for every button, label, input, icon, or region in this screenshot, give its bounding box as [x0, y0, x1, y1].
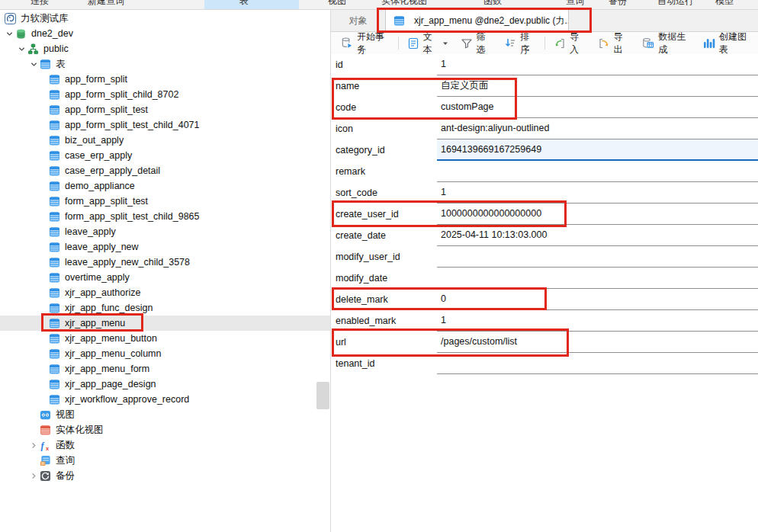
tree-item-视图[interactable]: 视图 — [0, 407, 330, 422]
chevron-down-icon[interactable] — [15, 46, 27, 53]
toolbar-button-label: 开始事务 — [357, 30, 390, 56]
tree-item-实体化视图[interactable]: 实体化视图 — [0, 422, 330, 437]
tree-item-xjr_app_menu_form[interactable]: xjr_app_menu_form — [0, 361, 330, 377]
field-label-icon: icon — [331, 118, 437, 139]
tree-item-label: 力软测试库 — [21, 12, 69, 25]
field-value-sort_code[interactable]: 1 — [437, 182, 758, 204]
chevron-down-icon[interactable] — [3, 30, 15, 37]
tree-item-form_app_split_test[interactable]: form_app_split_test — [0, 194, 330, 209]
postgres-connection-icon — [5, 13, 16, 24]
svg-text:x: x — [46, 444, 50, 450]
tree-item-leave_apply_new[interactable]: leave_apply_new — [0, 239, 330, 255]
toolbar-button-label: 数据生成 — [658, 30, 691, 56]
field-value-create_date[interactable]: 2025-04-11 10:13:03.000 — [437, 225, 758, 246]
export-button[interactable]: 导出 — [592, 34, 636, 53]
sort-button[interactable]: 排序 — [498, 34, 542, 53]
tree-item-label: 表 — [56, 58, 66, 71]
tree-item-备份[interactable]: 备份 — [0, 468, 330, 483]
tree-item-label: 视图 — [56, 409, 75, 421]
tree-item-biz_out_apply[interactable]: biz_out_apply — [0, 133, 330, 148]
tree-item-查询[interactable]: 查询 — [0, 453, 330, 468]
top-toolbar-item-连接[interactable]: 连接 — [31, 0, 49, 8]
data-generation-button[interactable]: 数据生成 — [635, 34, 697, 53]
tree-item-label: biz_out_apply — [65, 135, 124, 146]
tree-item-label: demo_appliance — [65, 181, 135, 191]
tree-item-xjr_app_authorize[interactable]: xjr_app_authorize — [0, 285, 330, 300]
tree-item-力软测试库[interactable]: 力软测试库 — [0, 11, 330, 26]
tree-item-form_app_split_test_child_9865[interactable]: form_app_split_test_child_9865 — [0, 209, 330, 224]
svg-text:f: f — [40, 440, 45, 450]
tree-item-app_form_split[interactable]: app_form_split — [0, 72, 330, 87]
field-value-create_user_id[interactable]: 1000000000000000000 — [437, 204, 758, 225]
toolbar-button-label: 创建图表 — [719, 30, 752, 56]
caret-down-icon[interactable] — [442, 40, 448, 46]
tree-item-xjr_app_menu_button[interactable]: xjr_app_menu_button — [0, 331, 330, 346]
tree-item-label: public — [43, 43, 69, 54]
field-value-name[interactable]: 自定义页面 — [437, 75, 758, 97]
top-toolbar-item-视图[interactable]: 视图 — [328, 0, 346, 8]
tree-item-dne2_dev[interactable]: dne2_dev — [0, 26, 330, 41]
chevron-right-icon[interactable] — [27, 473, 40, 479]
field-value-enabled_mark[interactable]: 1 — [437, 310, 758, 332]
import-button[interactable]: 导入 — [548, 34, 592, 53]
chevron-down-icon[interactable] — [27, 61, 40, 68]
field-label-enabled_mark: enabled_mark — [331, 310, 437, 332]
tree-item-leave_apply[interactable]: leave_apply — [0, 224, 330, 239]
schema-icon — [27, 43, 39, 55]
chevron-right-icon[interactable] — [27, 442, 40, 449]
field-value-icon[interactable]: ant-design:aliyun-outlined — [437, 118, 758, 139]
table-icon — [49, 165, 60, 177]
tree-item-app_form_split_test[interactable]: app_form_split_test — [0, 102, 330, 117]
text-button[interactable]: 文本 — [401, 34, 454, 53]
tab-objects[interactable]: 对象 — [331, 10, 385, 31]
tree-item-demo_appliance[interactable]: demo_appliance — [0, 178, 330, 194]
tree-item-case_erp_apply_detail[interactable]: case_erp_apply_detail — [0, 163, 330, 178]
top-toolbar-item-表[interactable]: 表 — [239, 0, 249, 8]
tree-item-xjr_app_menu[interactable]: xjr_app_menu — [0, 316, 330, 331]
create-chart-button[interactable]: 创建图表 — [697, 34, 758, 53]
field-value-id[interactable]: 1 — [437, 54, 758, 75]
tree-item-app_form_split_child_8702[interactable]: app_form_split_child_8702 — [0, 87, 330, 102]
field-label-create_user_id: create_user_id — [331, 204, 437, 225]
field-value-modify_user_id[interactable] — [437, 246, 758, 268]
tree-item-函数[interactable]: fx函数 — [0, 437, 330, 453]
tree-item-leave_apply_new_child_3578[interactable]: leave_apply_new_child_3578 — [0, 255, 330, 270]
tree-item-label: leave_apply — [65, 226, 116, 237]
filter-button[interactable]: 筛选 — [454, 34, 499, 53]
field-value-code[interactable]: customPage — [437, 97, 758, 118]
field-value-modify_date[interactable] — [437, 268, 758, 289]
tree-item-label: app_form_split_test — [65, 104, 148, 115]
filter-icon — [461, 37, 473, 50]
top-toolbar-item-查询[interactable]: 查询 — [566, 0, 584, 8]
field-value-category_id[interactable]: 1694139669167259649 — [437, 139, 758, 161]
top-toolbar-item-自动运行[interactable]: 自动运行 — [657, 0, 694, 8]
record-panel: 对象 xjr_app_menu @dne2_dev.public (力... 开… — [331, 10, 758, 532]
top-toolbar-item-实体化视图[interactable]: 实体化视图 — [381, 0, 427, 8]
tree-item-xjr_app_func_design[interactable]: xjr_app_func_design — [0, 300, 330, 316]
tree-item-overtime_apply[interactable]: overtime_apply — [0, 270, 330, 285]
table-icon — [49, 379, 60, 390]
top-toolbar-item-新建查询[interactable]: 新建查询 — [88, 0, 124, 8]
table-icon — [49, 196, 60, 207]
table-icon — [49, 74, 60, 85]
tree-item-xjr_app_menu_column[interactable]: xjr_app_menu_column — [0, 346, 330, 361]
field-value-delete_mark[interactable]: 0 — [437, 289, 758, 310]
field-label-id: id — [331, 54, 437, 75]
field-value-remark[interactable] — [437, 161, 758, 182]
begin-transaction-button[interactable]: 开始事务 — [334, 34, 396, 53]
field-value-url[interactable]: /pages/custom/list — [437, 332, 758, 353]
tree-item-app_form_split_test_child_4071[interactable]: app_form_split_test_child_4071 — [0, 117, 330, 133]
tree-item-表[interactable]: 表 — [0, 56, 330, 72]
tree-item-public[interactable]: public — [0, 41, 330, 56]
top-toolbar-item-备份[interactable]: 备份 — [609, 0, 627, 8]
field-value-tenant_id[interactable] — [437, 353, 758, 374]
top-toolbar-item-模型[interactable]: 模型 — [715, 0, 734, 8]
tree-item-case_erp_apply[interactable]: case_erp_apply — [0, 148, 330, 163]
top-toolbar-item-函数[interactable]: 函数 — [483, 0, 502, 8]
tree-scrollbar-thumb[interactable] — [316, 382, 329, 409]
tree-item-xjr_workflow_approve_record[interactable]: xjr_workflow_approve_record — [0, 392, 330, 407]
tab-xjr-app-menu[interactable]: xjr_app_menu @dne2_dev.public (力... — [385, 10, 569, 31]
record-form: id1name自定义页面codecustomPageiconant-design… — [331, 54, 758, 374]
tree-item-xjr_app_page_design[interactable]: xjr_app_page_design — [0, 377, 330, 392]
field-row-create_date: create_date2025-04-11 10:13:03.000 — [331, 225, 758, 246]
